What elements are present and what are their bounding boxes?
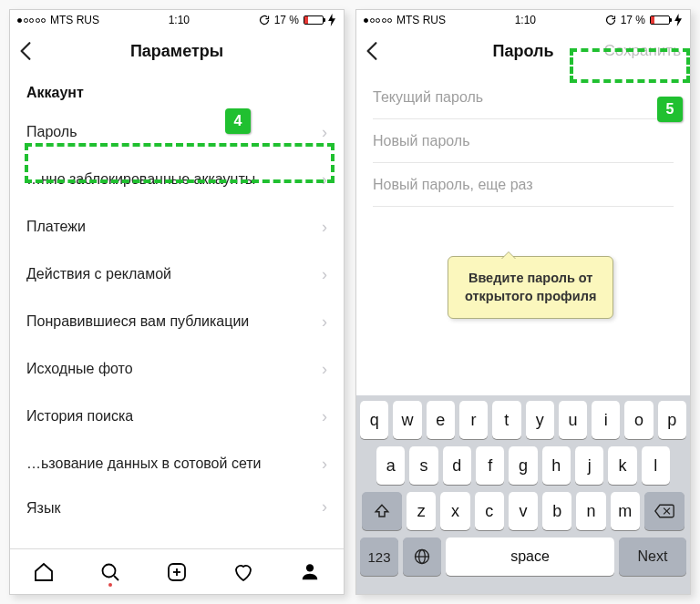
key-t[interactable]: t — [492, 401, 520, 439]
key-v[interactable]: v — [509, 492, 538, 530]
page-title: Параметры — [130, 42, 223, 61]
battery-pct: 17 % — [274, 14, 299, 26]
clock: 1:10 — [515, 14, 536, 26]
current-password-field[interactable]: Текущий пароль — [373, 76, 674, 119]
settings-screen: MTS RUS 1:10 17 % Параметры Аккаунт Паро… — [9, 9, 345, 595]
row-cellular[interactable]: …ьзование данных в сотовой сети › — [26, 440, 327, 487]
row-label: …ьзование данных в сотовой сети — [26, 456, 262, 472]
key-h[interactable]: h — [542, 446, 571, 485]
nav-header: Пароль Сохранить — [356, 30, 690, 72]
row-language[interactable]: Язык › — [26, 487, 327, 517]
key-shift[interactable] — [362, 492, 402, 530]
notification-dot-icon — [108, 583, 112, 587]
new-password-field[interactable]: Новый пароль — [373, 119, 674, 163]
tab-add[interactable] — [166, 561, 188, 583]
row-password[interactable]: Пароль › — [26, 108, 327, 156]
key-a[interactable]: a — [376, 446, 405, 485]
key-i[interactable]: i — [592, 401, 620, 439]
key-p[interactable]: p — [658, 401, 686, 439]
refresh-icon — [259, 15, 270, 26]
section-account: Аккаунт — [10, 72, 344, 108]
row-label: …нно заблокированные аккаунты — [26, 171, 255, 188]
carrier-label: MTS RUS — [50, 14, 99, 26]
key-backspace[interactable] — [644, 492, 685, 530]
tab-bar — [10, 548, 344, 594]
key-o[interactable]: o — [624, 401, 653, 439]
row-payments[interactable]: Платежи › — [26, 203, 327, 251]
charging-icon — [674, 14, 683, 26]
key-globe[interactable] — [403, 537, 441, 576]
chevron-right-icon: › — [322, 265, 327, 284]
save-button[interactable]: Сохранить — [604, 30, 681, 72]
step-badge-4: 4 — [225, 108, 251, 134]
key-x[interactable]: x — [440, 492, 469, 530]
repeat-password-field[interactable]: Новый пароль, еще раз — [373, 163, 674, 207]
key-e[interactable]: e — [427, 401, 455, 439]
search-icon — [99, 561, 121, 583]
backspace-icon — [654, 504, 674, 518]
key-g[interactable]: g — [509, 446, 537, 485]
key-123[interactable]: 123 — [360, 537, 398, 576]
battery-pct: 17 % — [621, 14, 645, 26]
carrier-label: MTS RUS — [396, 14, 446, 26]
key-r[interactable]: r — [459, 401, 488, 439]
password-screen: MTS RUS 1:10 17 % Пароль Сохранить Текущ… — [355, 9, 691, 595]
chevron-right-icon: › — [322, 312, 327, 332]
tab-search[interactable] — [99, 561, 121, 583]
svg-point-5 — [306, 564, 314, 571]
row-label: История поиска — [26, 408, 133, 425]
profile-icon — [300, 562, 320, 582]
key-q[interactable]: q — [360, 401, 388, 439]
settings-list: Пароль › …нно заблокированные аккаунты ›… — [26, 108, 327, 517]
status-bar: MTS RUS 1:10 17 % — [356, 10, 690, 30]
key-s[interactable]: s — [409, 446, 438, 485]
key-n[interactable]: n — [576, 492, 605, 530]
key-u[interactable]: u — [559, 401, 587, 439]
key-d[interactable]: d — [443, 446, 471, 485]
callout-line: открытого профиля — [465, 288, 596, 306]
back-button[interactable] — [19, 30, 46, 72]
back-button[interactable] — [365, 30, 393, 72]
clock: 1:10 — [169, 14, 190, 26]
key-y[interactable]: y — [526, 401, 554, 439]
battery-icon — [650, 15, 670, 25]
svg-point-0 — [102, 564, 115, 577]
key-next[interactable]: Next — [619, 537, 686, 576]
row-label: Действия с рекламой — [26, 266, 171, 282]
tab-home[interactable] — [33, 561, 55, 583]
chevron-right-icon: › — [322, 218, 327, 237]
row-label: Исходные фото — [26, 361, 133, 377]
key-w[interactable]: w — [393, 401, 421, 439]
tab-activity[interactable] — [232, 561, 254, 583]
battery-icon — [304, 15, 324, 25]
key-c[interactable]: c — [475, 492, 504, 530]
keyboard: q w e r t y u i o p a s d f g h j k l z — [356, 395, 690, 594]
tab-profile[interactable] — [299, 562, 321, 582]
key-l[interactable]: l — [642, 446, 670, 485]
row-ads[interactable]: Действия с рекламой › — [26, 251, 327, 298]
row-original[interactable]: Исходные фото › — [26, 345, 327, 393]
signal-dots-icon — [364, 18, 392, 23]
row-label: Язык — [26, 500, 60, 517]
row-label: Пароль — [26, 124, 77, 140]
chevron-left-icon — [19, 41, 32, 61]
row-label: Понравившиеся вам публикации — [26, 313, 249, 330]
row-search-history[interactable]: История поиска › — [26, 393, 327, 440]
key-k[interactable]: k — [608, 446, 636, 485]
step-badge-5: 5 — [657, 97, 683, 122]
row-liked[interactable]: Понравившиеся вам публикации › — [26, 298, 327, 345]
signal-dots-icon — [17, 18, 46, 23]
status-bar: MTS RUS 1:10 17 % — [10, 10, 344, 30]
nav-header: Параметры — [10, 30, 344, 72]
add-icon — [166, 561, 188, 583]
key-f[interactable]: f — [476, 446, 504, 485]
tooltip-callout: Введите пароль от открытого профиля — [448, 256, 613, 319]
key-b[interactable]: b — [542, 492, 571, 530]
key-m[interactable]: m — [611, 492, 640, 530]
key-space[interactable]: space — [446, 537, 614, 576]
row-blocked[interactable]: …нно заблокированные аккаунты › — [26, 156, 327, 203]
key-z[interactable]: z — [407, 492, 436, 530]
password-form: Текущий пароль Новый пароль Новый пароль… — [356, 72, 690, 207]
key-j[interactable]: j — [575, 446, 603, 485]
chevron-right-icon: › — [322, 170, 327, 189]
